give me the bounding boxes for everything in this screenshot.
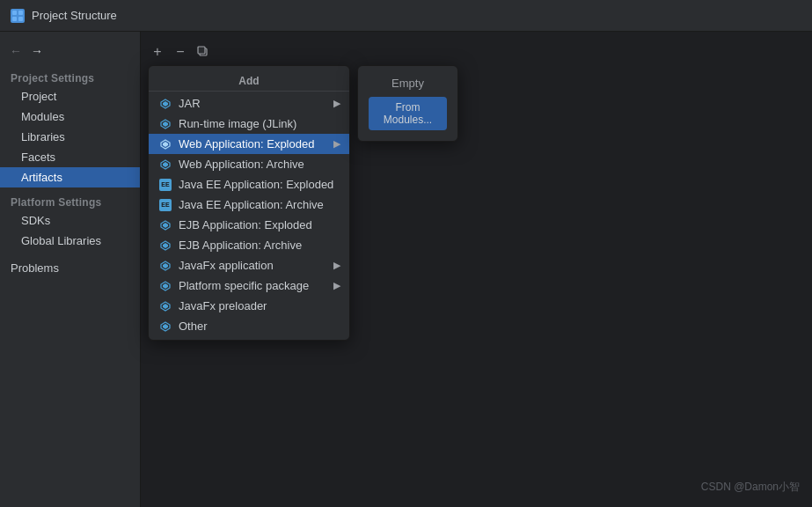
svg-rect-3 <box>18 17 23 21</box>
javafx-app-arrow: ▶ <box>333 260 340 271</box>
sidebar-item-project[interactable]: Project <box>0 86 140 107</box>
svg-marker-11 <box>163 142 168 147</box>
main-layout: ← → Project Settings Project Modules Lib… <box>0 32 812 507</box>
dropdown-item-ejb-exploded[interactable]: EJB Application: Exploded <box>149 215 349 235</box>
dropdown-item-java-ee-exploded[interactable]: EE Java EE Application: Exploded <box>149 174 349 195</box>
sidebar-item-sdks[interactable]: SDKs <box>0 210 140 231</box>
platform-package-icon <box>159 280 172 292</box>
javafx-preloader-icon <box>159 300 172 312</box>
svg-marker-17 <box>163 243 168 248</box>
platform-package-arrow: ▶ <box>333 280 340 291</box>
project-settings-label: Project Settings <box>0 67 140 86</box>
dropdown-item-other[interactable]: Other <box>149 316 349 336</box>
dropdown-item-web-app-exploded[interactable]: Web Application: Exploded ▶ <box>149 134 349 154</box>
platform-settings-label: Platform Settings <box>0 187 140 210</box>
svg-rect-5 <box>198 47 205 54</box>
svg-marker-23 <box>163 304 168 309</box>
dropdown-item-jar[interactable]: JAR ▶ <box>149 93 349 114</box>
dropdown-item-javafx-preloader[interactable]: JavaFx preloader <box>149 296 349 316</box>
svg-rect-0 <box>12 11 17 15</box>
dropdown-item-ejb-archive[interactable]: EJB Application: Archive <box>149 235 349 255</box>
svg-marker-9 <box>163 121 168 127</box>
svg-marker-19 <box>163 263 168 268</box>
sidebar-item-libraries[interactable]: Libraries <box>0 127 140 147</box>
web-app-archive-icon <box>159 158 172 171</box>
web-app-exploded-arrow: ▶ <box>333 138 340 150</box>
runtime-image-icon <box>159 118 172 130</box>
dropdown-item-web-app-archive[interactable]: Web Application: Archive <box>149 154 349 174</box>
forward-button[interactable]: → <box>28 42 46 60</box>
javafx-app-icon <box>159 260 172 272</box>
sub-panel: Empty From Modules... <box>357 65 458 142</box>
web-app-exploded-icon <box>159 138 172 151</box>
toolbar: + − <box>148 39 805 69</box>
sidebar-item-facets[interactable]: Facets <box>0 147 140 167</box>
add-dropdown: Add JAR ▶ Run-time image (JLink) <box>148 65 350 341</box>
back-button[interactable]: ← <box>7 42 25 60</box>
nav-back-row: ← → <box>0 39 140 67</box>
dropdown-item-java-ee-archive[interactable]: EE Java EE Application: Archive <box>149 195 349 215</box>
sidebar-item-artifacts[interactable]: Artifacts <box>0 167 140 187</box>
content-area: + − Add JAR ▶ <box>141 32 812 507</box>
dropdown-item-javafx-app[interactable]: JavaFx application ▶ <box>149 255 349 276</box>
title-bar: Project Structure <box>0 0 812 32</box>
jar-arrow: ▶ <box>333 98 340 109</box>
java-ee-exploded-icon: EE <box>159 179 172 191</box>
dropdown-item-platform-package[interactable]: Platform specific package ▶ <box>149 276 349 296</box>
svg-rect-1 <box>18 11 23 15</box>
svg-rect-2 <box>12 17 17 21</box>
jar-icon <box>159 98 172 110</box>
dropdown-item-runtime-image[interactable]: Run-time image (JLink) <box>149 114 349 134</box>
window-title: Project Structure <box>32 9 117 22</box>
copy-button[interactable] <box>194 42 213 62</box>
other-icon <box>159 320 172 333</box>
ejb-archive-icon <box>159 239 172 252</box>
svg-marker-7 <box>163 101 168 107</box>
sidebar-item-problems[interactable]: Problems <box>0 258 140 278</box>
dropdown-header: Add <box>149 70 349 92</box>
java-ee-archive-icon: EE <box>159 199 172 211</box>
add-button[interactable]: + <box>148 42 167 62</box>
svg-marker-15 <box>163 223 168 228</box>
sidebar-item-modules[interactable]: Modules <box>0 107 140 127</box>
watermark-text: CSDN @Damon小智 <box>701 480 800 495</box>
remove-button[interactable]: − <box>171 42 190 62</box>
svg-marker-25 <box>163 324 168 329</box>
svg-marker-21 <box>163 283 168 289</box>
from-modules-button[interactable]: From Modules... <box>369 97 447 130</box>
sidebar: ← → Project Settings Project Modules Lib… <box>0 32 141 507</box>
sidebar-item-global-libraries[interactable]: Global Libraries <box>0 231 140 251</box>
ejb-exploded-icon <box>159 219 172 231</box>
svg-marker-13 <box>163 162 168 167</box>
empty-label: Empty <box>369 77 447 90</box>
app-icon <box>11 9 25 23</box>
